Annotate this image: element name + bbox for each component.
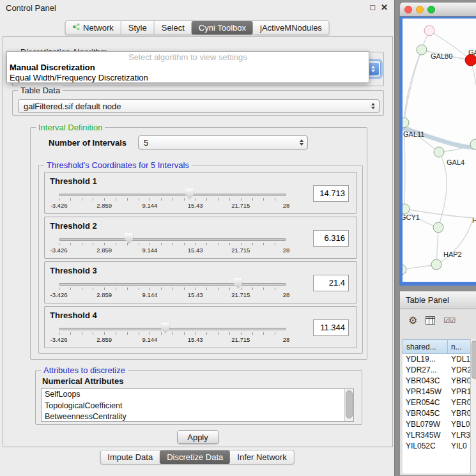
slider-ticks (59, 288, 286, 290)
threshold-label: Threshold 1 (50, 176, 97, 186)
table-row[interactable]: YDR27...YDR2 (403, 365, 475, 376)
threshold-panel: Threshold 3 -3.426 2.859 9.144 15.43 21.… (44, 261, 357, 303)
network-node[interactable] (431, 259, 441, 270)
table-data-group: Table Data galFiltered.sif default node (12, 90, 384, 116)
interval-definition-group: Interval Definition Number of Intervals … (30, 127, 367, 360)
threshold-value-field[interactable]: 21.4 (313, 275, 349, 291)
table-panel-title: Table Panel (400, 291, 476, 309)
control-panel-titlebar: Control Panel □ ✕ (0, 0, 394, 15)
dropdown-option-equal-width[interactable]: Equal Width/Frequency Discretization (7, 73, 369, 83)
node-label: GAL11 (403, 130, 424, 138)
scale-tick-label: 21.715 (231, 202, 250, 209)
table-row[interactable]: YDL19...YDL1 (403, 354, 475, 365)
network-node[interactable] (424, 26, 434, 36)
table-cell[interactable]: YDL19... (403, 354, 448, 365)
network-node[interactable] (403, 265, 406, 275)
list-item[interactable]: TopologicalCoefficient (42, 401, 353, 412)
node-label: GA (468, 49, 476, 56)
select-columns-icon[interactable]: ☑☑ (443, 316, 455, 325)
tab-jactivemodules[interactable]: jActiveMNodules (253, 21, 329, 35)
tab-cyni-toolbox[interactable]: Cyni Toolbox (192, 21, 253, 35)
list-item[interactable]: SelfLoops (42, 389, 353, 401)
slider-scale: -3.426 2.859 9.144 15.43 21.715 28 (59, 291, 286, 299)
scale-tick-label: 2.859 (96, 291, 112, 298)
table-cell[interactable]: YDR27... (403, 365, 448, 376)
tab-discretize-data[interactable]: Discretize Data (160, 450, 230, 464)
threshold-slider[interactable]: -3.426 2.859 9.144 15.43 21.715 28 (59, 233, 286, 257)
table-cell[interactable]: YBL079W (403, 419, 448, 430)
network-canvas[interactable]: GAL80 GAL11 GAL4 GCY1 HAP2 GA H (399, 17, 476, 286)
float-window-icon[interactable]: □ (370, 3, 375, 13)
attributes-list[interactable]: SelfLoops TopologicalCoefficient Between… (41, 388, 354, 422)
table-scrollbar[interactable] (470, 339, 476, 473)
scrollbar-thumb[interactable] (472, 341, 476, 379)
table-cell[interactable]: YER054C (403, 397, 448, 408)
tab-impute-data[interactable]: Impute Data (100, 450, 160, 464)
list-scrollbar[interactable] (344, 389, 353, 421)
threshold-label: Threshold 4 (50, 311, 97, 320)
scale-tick-label: 9.144 (142, 336, 158, 343)
minimize-traffic-light[interactable] (416, 6, 424, 13)
table-data-combo[interactable]: galFiltered.sif default node (18, 99, 380, 113)
window-title: Control Panel (6, 3, 56, 13)
tab-infer-network[interactable]: Infer Network (230, 450, 293, 464)
tab-label: Discretize Data (167, 452, 223, 462)
apply-button[interactable]: Apply (177, 430, 219, 444)
threshold-slider[interactable]: -3.426 2.859 9.144 15.43 21.715 28 (59, 188, 286, 213)
dropdown-option-manual[interactable]: Manual Discretization (7, 63, 369, 73)
slider-track[interactable] (59, 238, 286, 241)
table-cell[interactable]: YPR145W (403, 387, 448, 397)
tab-label: Impute Data (107, 452, 153, 462)
scale-tick-label: 2.859 (96, 202, 112, 209)
zoom-traffic-light[interactable] (427, 6, 435, 13)
close-icon[interactable]: ✕ (381, 3, 388, 13)
table-row[interactable]: YPR145WYPR1 (403, 387, 475, 397)
scale-tick-label: 15.43 (188, 291, 203, 298)
bottom-tab-bar: Impute Data Discretize Data Infer Networ… (100, 450, 294, 464)
table-row[interactable]: YER054CYER0 (403, 397, 475, 408)
network-node[interactable] (433, 222, 443, 233)
close-traffic-light[interactable] (404, 6, 412, 13)
tab-select[interactable]: Select (154, 21, 192, 35)
slider-track[interactable] (59, 194, 286, 196)
network-node[interactable] (434, 147, 444, 157)
threshold-slider[interactable]: -3.426 2.859 9.144 15.43 21.715 28 (59, 278, 286, 302)
algorithm-dropdown-popup: Select algorithm to view settings Manual… (6, 51, 369, 83)
table-cell[interactable]: YIL052C (403, 441, 448, 452)
table-row[interactable]: YLR345WYLR3 (403, 430, 475, 441)
threshold-label: Threshold 2 (50, 221, 97, 231)
scrollbar-thumb[interactable] (346, 390, 353, 418)
scale-tick-label: 28 (283, 202, 290, 209)
threshold-value-field[interactable]: 14.713 (313, 185, 349, 202)
columns-icon[interactable] (426, 316, 435, 325)
gear-icon[interactable]: ⚙ (408, 314, 417, 326)
tab-label: Network (83, 23, 114, 33)
tab-style[interactable]: Style (121, 21, 154, 35)
table-row[interactable]: YBL079WYBL0 (403, 419, 475, 430)
scale-tick-label: 15.43 (188, 202, 203, 209)
node-attribute-table[interactable]: shared... n... YDL19...YDL1 YDR27...YDR2… (403, 339, 475, 473)
slider-track[interactable] (59, 328, 286, 330)
table-row[interactable]: YBR045CYBR0 (403, 408, 475, 419)
threshold-value-field[interactable]: 6.316 (313, 230, 349, 247)
threshold-slider[interactable]: -3.426 2.859 9.144 15.43 21.715 28 (59, 323, 286, 347)
slider-scale: -3.426 2.859 9.144 15.43 21.715 28 (59, 247, 286, 254)
table-row[interactable]: YBR043CYBR0 (403, 376, 475, 387)
slider-track[interactable] (59, 283, 286, 286)
table-cell[interactable]: YBR045C (403, 408, 448, 419)
node-label: GCY1 (403, 213, 420, 221)
threshold-value-field[interactable]: 11.344 (313, 319, 349, 336)
table-header-row: shared... n... (403, 339, 475, 354)
tab-network[interactable]: Network (65, 21, 121, 35)
list-item[interactable]: BetweennessCentrality (42, 411, 353, 422)
slider-ticks (59, 243, 286, 245)
network-node[interactable] (417, 45, 427, 55)
tab-label: Infer Network (237, 452, 286, 462)
network-graph[interactable]: GAL80 GAL11 GAL4 GCY1 HAP2 GA H (403, 19, 476, 282)
number-of-intervals-combo[interactable]: 5 (138, 135, 308, 150)
network-node[interactable] (403, 204, 410, 214)
table-cell[interactable]: YBR043C (403, 376, 448, 387)
column-header[interactable]: shared... (403, 339, 448, 354)
table-cell[interactable]: YLR345W (403, 430, 448, 441)
table-row[interactable]: YIL052CYIL0 (403, 441, 475, 452)
